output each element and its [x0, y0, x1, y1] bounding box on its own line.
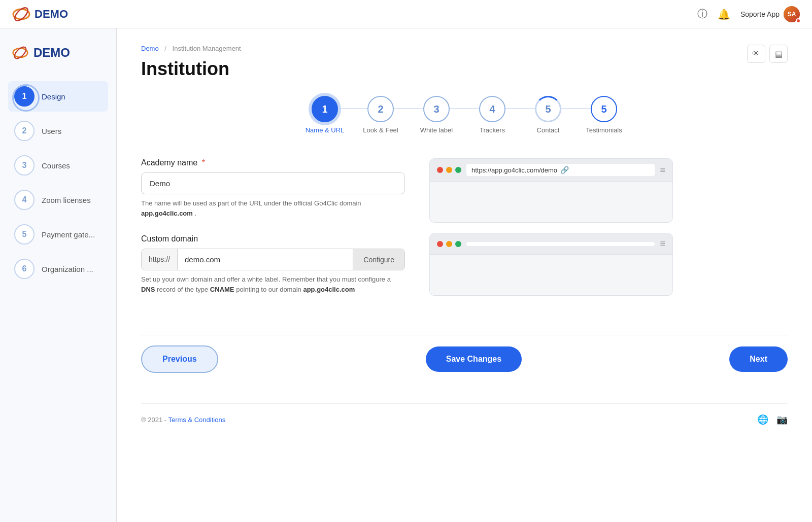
step-3[interactable]: 3 White label — [409, 96, 464, 134]
help-icon: ⓘ — [697, 8, 707, 19]
browser-mockup-2: ≡ — [429, 233, 673, 296]
academy-name-hint: The name will be used as part of the URL… — [141, 198, 405, 218]
sidebar-item-label: Zoom licenses — [42, 196, 91, 204]
academy-name-input[interactable] — [141, 172, 405, 194]
step-1[interactable]: 1 Name & URL — [297, 96, 353, 134]
browser-dots-2 — [437, 241, 461, 247]
layout-icon: ▤ — [775, 49, 783, 59]
academy-name-label: Academy name * — [141, 158, 405, 167]
content-area: Academy name * The name will be used as … — [141, 158, 788, 310]
domain-input-group: https:// Configure — [141, 249, 405, 270]
instagram-icon: 📷 — [776, 414, 788, 425]
custom-domain-hint: Set up your own domain and offer a white… — [141, 274, 405, 294]
layout-button[interactable]: ▤ — [769, 45, 788, 63]
browser-url-2 — [466, 242, 655, 246]
browser-body-1 — [430, 182, 672, 222]
browser-menu-1: ≡ — [660, 165, 665, 176]
previous-button[interactable]: Previous — [141, 345, 218, 373]
breadcrumb-current: Institution Management — [173, 45, 241, 52]
dot-red-2 — [437, 241, 443, 247]
step-num-2: 2 — [367, 96, 394, 122]
sidebar-step-1: 1 — [14, 86, 35, 107]
user-name: Soporte App — [740, 10, 780, 18]
sidebar-item-zoom[interactable]: 4 Zoom licenses — [8, 185, 108, 215]
bell-icon: 🔔 — [718, 9, 730, 20]
browser-bar-1: https://app.go4clic.com/demo 🔗 ≡ — [430, 159, 672, 182]
sidebar-item-label: Users — [42, 127, 61, 135]
browser-mockup-1: https://app.go4clic.com/demo 🔗 ≡ — [429, 158, 673, 223]
view-controls: 👁 ▤ — [747, 45, 788, 63]
sidebar-item-org[interactable]: 6 Organization ... — [8, 254, 108, 284]
step-num-6: 5 — [591, 96, 617, 122]
save-changes-button[interactable]: Save Changes — [426, 346, 522, 372]
required-star: * — [202, 158, 205, 167]
page-title: Institution — [141, 58, 788, 80]
step-num-3: 3 — [423, 96, 450, 122]
breadcrumb-home[interactable]: Demo — [141, 45, 159, 52]
sidebar: DEMO 1 Design 2 Users 3 Courses 4 Zoom l… — [0, 28, 117, 522]
sidebar-item-label: Courses — [42, 161, 70, 170]
sidebar-step-5: 5 — [14, 224, 35, 245]
step-4[interactable]: 4 Trackers — [464, 96, 520, 134]
page-footer: ® 2021 - Terms & Conditions 🌐 📷 — [141, 403, 788, 435]
step-2[interactable]: 2 Look & Feel — [353, 96, 409, 134]
dot-yellow — [446, 167, 452, 173]
dot-yellow-2 — [446, 241, 452, 247]
form-area: Academy name * The name will be used as … — [141, 158, 405, 310]
avatar: SA — [784, 6, 800, 22]
sidebar-step-3: 3 — [14, 155, 35, 176]
eye-icon: 👁 — [752, 49, 760, 58]
notifications-button[interactable]: 🔔 — [718, 8, 730, 20]
sidebar-logo-icon — [12, 45, 28, 61]
step-num-5: 5 — [535, 96, 561, 122]
terms-link[interactable]: Terms & Conditions — [168, 416, 225, 424]
svg-point-3 — [13, 45, 28, 60]
custom-domain-field: Custom domain https:// Configure Set up … — [141, 234, 405, 294]
footer-icons: 🌐 📷 — [757, 414, 788, 425]
sidebar-item-label: Organization ... — [42, 265, 93, 273]
configure-button[interactable]: Configure — [353, 249, 404, 270]
sidebar-logo-text: DEMO — [33, 46, 70, 60]
logo-icon — [12, 5, 30, 23]
layout: DEMO 1 Design 2 Users 3 Courses 4 Zoom l… — [0, 28, 812, 522]
browser-body-2 — [430, 255, 672, 295]
step-label-3: White label — [420, 126, 453, 134]
step-label-4: Trackers — [480, 126, 505, 134]
dot-green — [455, 167, 461, 173]
link-icon: 🔗 — [560, 166, 569, 174]
step-num-1: 1 — [312, 96, 338, 122]
navbar-logo-text: DEMO — [35, 8, 68, 21]
help-button[interactable]: ⓘ — [697, 7, 707, 21]
domain-input[interactable] — [178, 249, 353, 270]
sidebar-item-label: Design — [42, 92, 65, 101]
sidebar-item-courses[interactable]: 3 Courses — [8, 150, 108, 181]
sidebar-item-users[interactable]: 2 Users — [8, 116, 108, 146]
sidebar-item-payment[interactable]: 5 Payment gate... — [8, 219, 108, 250]
preview-area: https://app.go4clic.com/demo 🔗 ≡ — [429, 158, 673, 306]
sidebar-step-2: 2 — [14, 121, 35, 141]
sidebar-item-design[interactable]: 1 Design — [8, 81, 108, 112]
step-label-5: Contact — [537, 126, 560, 134]
custom-domain-label: Custom domain — [141, 234, 405, 243]
sidebar-logo: DEMO — [8, 45, 108, 61]
step-5[interactable]: 5 Contact — [520, 96, 576, 134]
step-6[interactable]: 5 Testimonials — [576, 96, 632, 134]
navbar-user: Soporte App SA — [740, 6, 800, 22]
step-num-4: 4 — [479, 96, 505, 122]
dot-green-2 — [455, 241, 461, 247]
browser-bar-2: ≡ — [430, 233, 672, 255]
breadcrumb: Demo / Institution Management — [141, 45, 788, 52]
sidebar-step-4: 4 — [14, 190, 35, 210]
academy-name-field: Academy name * The name will be used as … — [141, 158, 405, 218]
step-label-1: Name & URL — [306, 126, 345, 134]
navbar-logo: DEMO — [12, 5, 68, 23]
navbar-right: ⓘ 🔔 Soporte App SA — [697, 6, 800, 22]
next-button[interactable]: Next — [729, 346, 788, 372]
navbar: DEMO ⓘ 🔔 Soporte App SA — [0, 0, 812, 28]
svg-point-1 — [13, 6, 30, 23]
actions-bar: Previous Save Changes Next — [141, 335, 788, 383]
dot-red — [437, 167, 443, 173]
step-label-6: Testimonials — [586, 126, 622, 134]
preview-button[interactable]: 👁 — [747, 45, 765, 63]
sidebar-step-6: 6 — [14, 259, 35, 279]
